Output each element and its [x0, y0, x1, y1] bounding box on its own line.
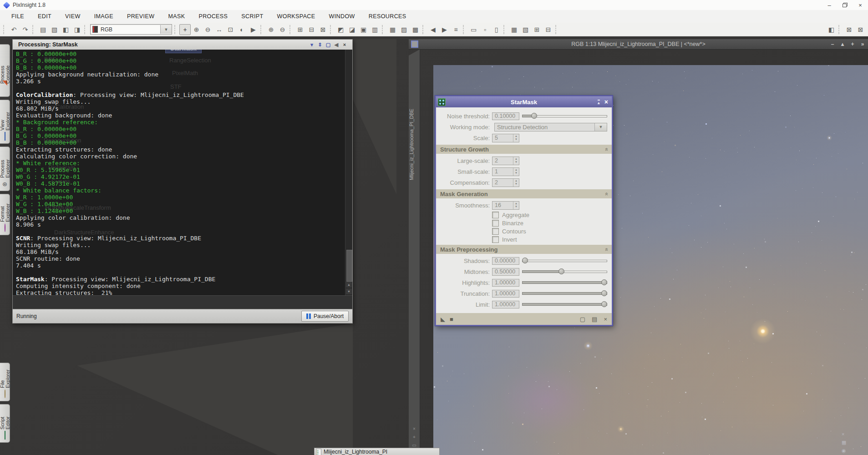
stf-edit-icon[interactable]: ◪	[346, 24, 358, 35]
menu-file[interactable]: FILE	[5, 10, 31, 23]
dock-panel-icon[interactable]: ◧	[826, 24, 837, 35]
large-scale-spinbox[interactable]: 2▲▼	[492, 157, 519, 165]
spin-up-icon[interactable]: ▲	[515, 179, 518, 182]
tile-windows-icon[interactable]: ▦	[508, 24, 520, 35]
new-preview-icon[interactable]: ▭	[468, 24, 479, 35]
overlay-format-icon[interactable]: ▦	[842, 440, 846, 445]
image-window-titlebar[interactable]: RGB 1:13 Mlijecni_iz_Lightrooma_PI_DBE |…	[409, 39, 868, 50]
spin-down-icon[interactable]: ▼	[515, 172, 518, 175]
split-left-icon[interactable]: ◧	[60, 24, 71, 35]
console-output[interactable]: CropStarMaskRangeSelectionPixelMathSTFDB…	[13, 50, 352, 295]
slider-handle[interactable]	[522, 258, 528, 263]
new-instance-icon[interactable]: ◣	[441, 316, 445, 323]
overlay-readout-icon[interactable]: ◉	[842, 448, 846, 454]
console-menu-icon[interactable]: ▾	[308, 42, 316, 48]
console-titlebar[interactable]: Processing: StarMask ▾⇕▢◀×	[13, 40, 352, 50]
contours-checkbox[interactable]	[492, 228, 499, 235]
zoom-in-icon[interactable]: ⊕	[265, 24, 277, 35]
expand-mode-icon[interactable]: ⊕	[191, 24, 202, 35]
spin-arrows[interactable]: ▲▼	[513, 168, 519, 176]
spin-up-icon[interactable]: ▲	[515, 157, 518, 161]
zoom-out-icon[interactable]: ⊖	[277, 24, 288, 35]
restore-button[interactable]	[837, 0, 853, 10]
section-mask-preprocessing[interactable]: Mask Preprocessing»	[436, 245, 612, 254]
pan-mode-icon[interactable]: ↔	[213, 24, 225, 35]
truncation-slider[interactable]	[522, 289, 607, 298]
highlights-slider[interactable]	[522, 278, 607, 287]
select-arrow-icon[interactable]: ▶	[248, 24, 259, 35]
sidebar-tab-process-console[interactable]: Process Console	[0, 44, 10, 97]
fit-window-icon[interactable]: ⊠	[317, 24, 329, 35]
limit-field[interactable]: 1.00000	[492, 301, 519, 308]
img-zoom-icon[interactable]: +	[849, 41, 856, 47]
spin-arrows[interactable]: ▲▼	[513, 202, 519, 209]
dialog-close-icon[interactable]: ×	[604, 99, 608, 105]
aggregate-checkbox[interactable]	[492, 212, 499, 218]
launch-window-icon[interactable]: ▧	[49, 24, 60, 35]
menu-image[interactable]: IMAGE	[87, 10, 120, 23]
taskbar-item[interactable]: TIFF Mlijecni_iz_Lightrooma_PI	[314, 448, 440, 455]
compensation-spinbox[interactable]: 2▲▼	[492, 178, 519, 187]
edge-select-icon[interactable]: ×	[410, 426, 418, 431]
menu-workspace[interactable]: WORKSPACE	[270, 10, 322, 23]
section-structure-growth[interactable]: Structure Growth»	[436, 145, 612, 154]
cascade-windows-icon[interactable]: ▧	[520, 24, 531, 35]
console-maximize-icon[interactable]: ▢	[324, 42, 332, 48]
track-view-mode-icon[interactable]: +	[179, 24, 191, 35]
spin-down-icon[interactable]: ▼	[515, 161, 518, 164]
spin-arrows[interactable]: ▲▼	[513, 179, 519, 187]
scrollbar-thumb[interactable]	[346, 250, 352, 282]
limit-slider[interactable]	[522, 300, 607, 308]
noise-threshold-slider[interactable]	[522, 112, 607, 120]
slider-handle[interactable]	[558, 268, 564, 274]
slider-handle[interactable]	[601, 279, 607, 285]
menu-script[interactable]: SCRIPT	[234, 10, 270, 23]
spin-down-icon[interactable]: ▼	[515, 182, 518, 186]
invert-checkbox[interactable]	[492, 236, 499, 243]
spin-arrows[interactable]: ▲▼	[513, 157, 519, 165]
slider-handle[interactable]	[601, 290, 607, 296]
midtones-field[interactable]: 0.50000	[492, 268, 519, 276]
shadows-field[interactable]: 0.00000	[492, 257, 519, 265]
console-close-icon[interactable]: ×	[340, 42, 349, 47]
zoom-1-1-icon[interactable]: ⊞	[294, 24, 306, 35]
spin-down-icon[interactable]: ▼	[515, 138, 518, 141]
sidebar-tab-format-explorer[interactable]: Format Explorer	[0, 194, 10, 235]
sidebar-tab-file-explorer[interactable]: File Explorer	[0, 363, 10, 401]
channel-dropdown-arrow[interactable]: ▼	[160, 25, 172, 34]
realtime-preview-icon[interactable]: ▢	[580, 316, 585, 323]
smoothness-spinbox[interactable]: 16▲▼	[492, 201, 519, 210]
close-all-windows-icon[interactable]: ⊠	[855, 24, 866, 35]
overlay-close-icon[interactable]: ×	[842, 431, 844, 437]
spin-up-icon[interactable]: ▲	[515, 168, 518, 172]
noise-threshold-field[interactable]: 0.10000	[492, 112, 519, 120]
reset-icon[interactable]: ×	[604, 316, 607, 323]
next-window-icon[interactable]: ▶	[439, 24, 450, 35]
collapse-icon[interactable]: »	[603, 248, 609, 251]
small-scale-spinbox[interactable]: 1▲▼	[492, 167, 519, 176]
collapse-icon[interactable]: »	[603, 147, 609, 151]
spin-up-icon[interactable]: ▲	[515, 202, 518, 205]
channel-selector[interactable]: RGB▼	[90, 24, 172, 35]
working-mode-combobox[interactable]: Structure Detection▼	[494, 123, 607, 131]
menu-process[interactable]: PROCESS	[192, 10, 234, 23]
mask-invert-icon[interactable]: ▩	[410, 24, 421, 35]
spin-down-icon[interactable]: ▼	[515, 205, 518, 208]
apply-global-icon[interactable]: ■	[450, 316, 453, 323]
redo-icon[interactable]: ↷	[20, 24, 31, 35]
spin-up-icon[interactable]: ▲	[515, 135, 518, 138]
split-right-icon[interactable]: ◨	[71, 24, 83, 35]
slider-handle[interactable]	[531, 113, 537, 119]
undo-icon[interactable]: ↶	[8, 24, 20, 35]
delete-preview-icon[interactable]: ▯	[491, 24, 502, 35]
minimize-button[interactable]: –	[822, 0, 837, 10]
edge-frame-icon[interactable]: ▭	[410, 443, 418, 448]
img-shade-icon[interactable]: ▴	[839, 41, 846, 47]
pause-abort-button[interactable]: Pause/Abort	[301, 311, 349, 322]
combo-dropdown-arrow[interactable]: ▼	[594, 123, 607, 131]
sidebar-tab-process-explorer[interactable]: Process Explorer⊛	[0, 147, 10, 191]
slider-handle[interactable]	[601, 301, 607, 307]
mask-select-icon[interactable]: ▦	[387, 24, 398, 35]
pin-icon[interactable]: ▴	[598, 100, 600, 105]
sidebar-tab-view-explorer[interactable]: View Explorer	[0, 100, 10, 144]
